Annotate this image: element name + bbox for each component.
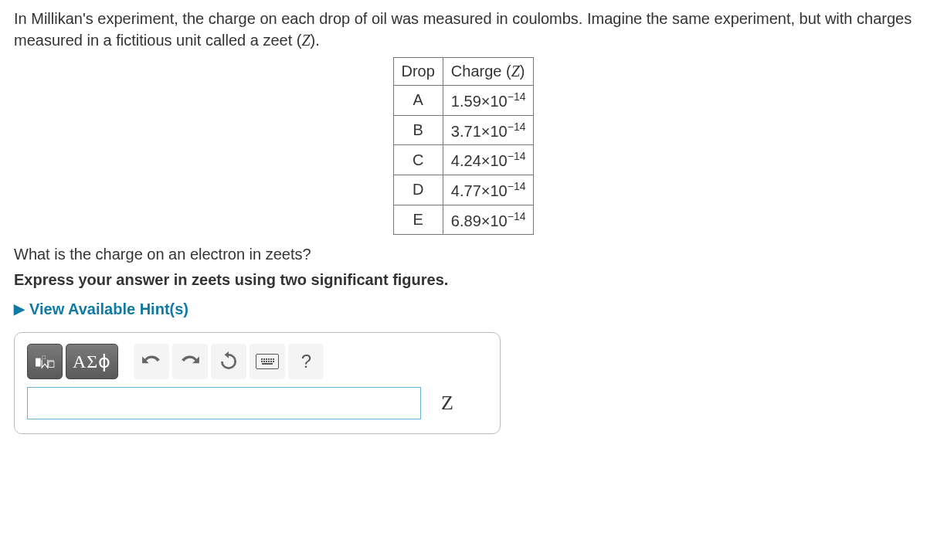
math-template-icon: □ <box>35 351 55 372</box>
greek-label: ΑΣϕ <box>73 351 111 372</box>
table-row: E 6.89×10−14 <box>393 205 534 235</box>
problem-intro-close: ). <box>311 32 320 49</box>
answer-input[interactable] <box>27 387 421 419</box>
undo-icon <box>141 351 161 372</box>
table-row: A 1.59×10−14 <box>393 86 534 116</box>
cell-charge: 4.24×10−14 <box>443 145 534 175</box>
math-template-button[interactable]: □ <box>27 344 63 379</box>
cell-charge: 1.59×10−14 <box>443 86 534 116</box>
svg-text:□: □ <box>42 355 46 361</box>
hints-label: View Available Hint(s) <box>29 300 188 318</box>
keyboard-button[interactable] <box>250 344 285 379</box>
cell-drop: D <box>393 175 443 205</box>
greek-symbols-button[interactable]: ΑΣϕ <box>66 344 118 379</box>
table-row: B 3.71×10−14 <box>393 115 534 145</box>
reset-icon <box>219 351 239 372</box>
cell-charge: 4.77×10−14 <box>443 175 534 205</box>
cell-charge: 6.89×10−14 <box>443 205 534 235</box>
cell-drop: B <box>393 115 443 145</box>
help-button[interactable]: ? <box>288 344 324 379</box>
redo-icon <box>180 351 200 372</box>
redo-button[interactable] <box>172 344 208 379</box>
table-row: D 4.77×10−14 <box>393 175 534 205</box>
cell-charge: 3.71×10−14 <box>443 115 534 145</box>
keyboard-icon <box>256 354 279 369</box>
cell-drop: C <box>393 145 443 175</box>
unit-symbol: Z <box>301 32 310 49</box>
data-table: Drop Charge (Z) A 1.59×10−14 B 3.71×10−1… <box>393 57 535 235</box>
answer-toolbar: □ ΑΣϕ ? <box>27 344 487 379</box>
answer-instruction: Express your answer in zeets using two s… <box>14 271 913 289</box>
chevron-right-icon: ▶ <box>14 300 25 317</box>
cell-drop: E <box>393 205 443 235</box>
col-header-charge: Charge (Z) <box>443 58 534 86</box>
col-header-drop: Drop <box>393 58 443 86</box>
svg-rect-2 <box>49 361 54 368</box>
table-row: C 4.24×10−14 <box>393 145 534 175</box>
problem-intro: In Millikan's experiment, the charge on … <box>14 10 912 49</box>
cell-drop: A <box>393 86 443 116</box>
problem-statement: In Millikan's experiment, the charge on … <box>14 8 913 51</box>
svg-rect-0 <box>36 358 41 366</box>
answer-panel: □ ΑΣϕ ? <box>14 332 501 434</box>
reset-button[interactable] <box>211 344 246 379</box>
help-label: ? <box>301 351 311 372</box>
undo-button[interactable] <box>134 344 169 379</box>
answer-unit: Z <box>441 392 453 415</box>
view-hints-toggle[interactable]: ▶ View Available Hint(s) <box>14 300 188 318</box>
sub-question: What is the charge on an electron in zee… <box>14 246 913 263</box>
